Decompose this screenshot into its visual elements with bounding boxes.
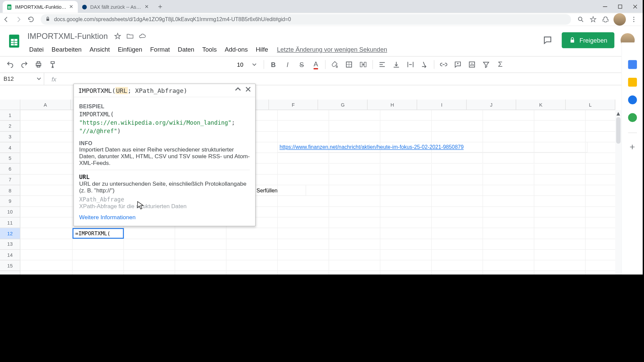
row-header[interactable]: 4: [0, 142, 20, 153]
cell[interactable]: [534, 153, 586, 164]
cell[interactable]: [329, 250, 380, 260]
row-header[interactable]: 9: [0, 196, 20, 207]
cell[interactable]: [278, 218, 329, 228]
cell[interactable]: [175, 271, 226, 275]
cell[interactable]: [20, 131, 73, 142]
cell[interactable]: [483, 260, 534, 271]
cell[interactable]: [329, 228, 380, 239]
cell[interactable]: [278, 196, 329, 207]
v-align-button[interactable]: [390, 58, 403, 71]
cell[interactable]: [534, 239, 586, 250]
cell[interactable]: [380, 260, 432, 271]
cell[interactable]: [124, 260, 175, 271]
cell[interactable]: [380, 207, 432, 218]
cell[interactable]: [329, 218, 380, 228]
cell[interactable]: [175, 228, 226, 239]
cell[interactable]: [20, 121, 73, 131]
cell[interactable]: [534, 271, 586, 275]
more-info-link[interactable]: Weitere Informationen: [79, 214, 250, 221]
extensions-icon[interactable]: [599, 13, 612, 26]
menu-view[interactable]: Ansicht: [86, 44, 113, 55]
new-tab-button[interactable]: ＋: [155, 1, 166, 12]
row-header[interactable]: 6: [0, 164, 20, 175]
scroll-thumb[interactable]: [616, 117, 621, 143]
column-header[interactable]: K: [516, 100, 566, 110]
cell[interactable]: [329, 153, 380, 164]
close-tab-icon[interactable]: ✕: [143, 4, 149, 10]
cell[interactable]: [72, 260, 124, 271]
cell[interactable]: [329, 175, 380, 185]
cell[interactable]: [226, 260, 278, 271]
print-button[interactable]: [32, 58, 45, 71]
row-header[interactable]: 16: [0, 271, 20, 275]
contacts-app-icon[interactable]: [628, 113, 637, 122]
cell[interactable]: [175, 239, 226, 250]
row-header[interactable]: 13: [0, 239, 20, 250]
share-button[interactable]: Freigeben: [562, 32, 614, 48]
cell[interactable]: [20, 250, 73, 260]
cell[interactable]: [124, 228, 175, 239]
cell[interactable]: [534, 110, 586, 121]
close-tab-icon[interactable]: ✕: [68, 4, 74, 10]
close-window-icon[interactable]: [628, 0, 643, 13]
column-header[interactable]: G: [318, 100, 368, 110]
cell[interactable]: [20, 153, 73, 164]
calendar-app-icon[interactable]: [628, 60, 637, 69]
cell[interactable]: [483, 185, 534, 196]
cell[interactable]: [20, 260, 73, 271]
cell[interactable]: [278, 271, 329, 275]
keep-app-icon[interactable]: [628, 78, 637, 86]
text-rotation-button[interactable]: [418, 58, 431, 71]
cell[interactable]: [329, 260, 380, 271]
collapse-help-icon[interactable]: [235, 86, 241, 94]
cell[interactable]: [278, 175, 329, 185]
text-wrap-button[interactable]: [404, 58, 417, 71]
cell[interactable]: [20, 175, 73, 185]
cell[interactable]: [20, 196, 73, 207]
cell[interactable]: [278, 131, 329, 142]
cloud-status-icon[interactable]: [138, 32, 147, 41]
cell[interactable]: [534, 121, 586, 131]
menu-tools[interactable]: Tools: [199, 44, 220, 55]
cell[interactable]: [329, 121, 380, 131]
cell[interactable]: [534, 175, 586, 185]
cell[interactable]: [534, 260, 586, 271]
text-color-button[interactable]: A: [309, 58, 323, 71]
cell[interactable]: [483, 207, 534, 218]
cell[interactable]: [432, 110, 483, 121]
cell[interactable]: [432, 153, 483, 164]
redo-button[interactable]: [18, 58, 31, 71]
name-box-dropdown-icon[interactable]: [37, 75, 41, 82]
reload-button[interactable]: [25, 13, 37, 26]
insert-comment-button[interactable]: [451, 58, 465, 71]
cell[interactable]: [226, 250, 278, 260]
sheets-product-icon[interactable]: [6, 31, 22, 52]
cell[interactable]: [329, 207, 380, 218]
cell[interactable]: [278, 164, 329, 175]
row-header[interactable]: 10: [0, 207, 20, 218]
cell[interactable]: [72, 250, 124, 260]
cell[interactable]: [483, 121, 534, 131]
cell[interactable]: [380, 271, 432, 275]
cell[interactable]: [329, 185, 380, 196]
cell[interactable]: [278, 207, 329, 218]
cell[interactable]: [124, 239, 175, 250]
insert-link-button[interactable]: [437, 58, 450, 71]
cell[interactable]: [380, 218, 432, 228]
cell[interactable]: [329, 239, 380, 250]
cell[interactable]: [432, 175, 483, 185]
cell[interactable]: [380, 131, 432, 142]
cell[interactable]: [72, 271, 124, 275]
row-header[interactable]: 8: [0, 185, 20, 196]
cell[interactable]: [534, 250, 586, 260]
column-header[interactable]: I: [417, 100, 467, 110]
name-box[interactable]: B12: [0, 73, 44, 85]
cell[interactable]: [380, 185, 432, 196]
undo-button[interactable]: [4, 58, 17, 71]
cell[interactable]: [432, 228, 483, 239]
cell[interactable]: [329, 271, 380, 275]
tasks-app-icon[interactable]: [628, 96, 637, 104]
functions-button[interactable]: Σ: [494, 58, 507, 71]
cell[interactable]: [20, 218, 73, 228]
cell[interactable]: [534, 185, 586, 196]
